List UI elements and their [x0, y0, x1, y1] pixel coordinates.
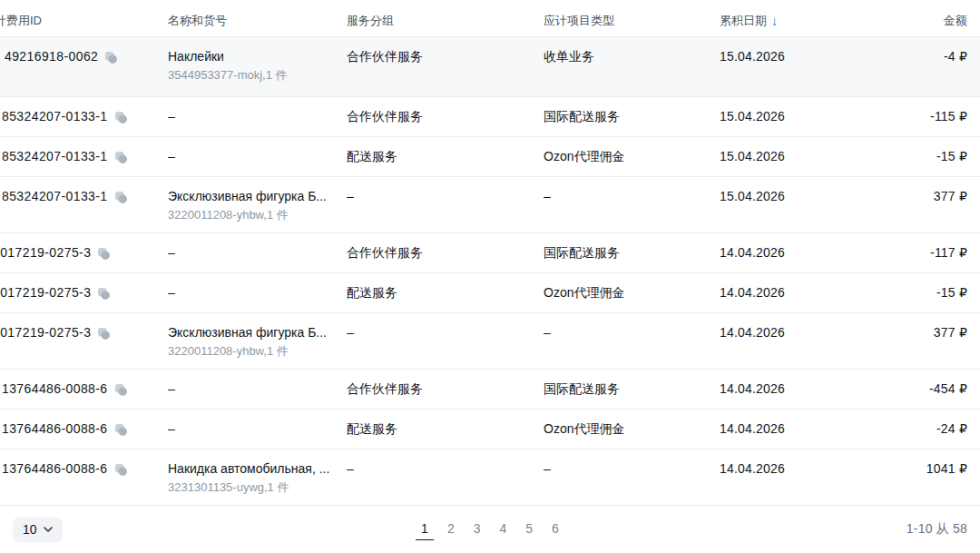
accrual-type-cell: –: [544, 177, 720, 203]
table-row: 13764486-0088-6 – 配送服务 Ozon代理佣金 14.04.20…: [0, 410, 980, 449]
name-sku-cell: –: [168, 97, 347, 124]
product-sku: 3220011208-yhbw,1 件: [168, 343, 347, 359]
amount-cell: -115 ₽: [854, 97, 980, 123]
page-button-1[interactable]: 1: [416, 519, 434, 540]
amount-cell: 377 ₽: [854, 177, 980, 203]
table-row: 2017219-0275-3 – 合作伙伴服务 国际配送服务 14.04.202…: [0, 233, 980, 273]
product-sku: 3231301135-uywg,1 件: [168, 479, 347, 495]
copy-icon[interactable]: [114, 463, 128, 477]
billing-id-value: 85324207-0133-1: [2, 109, 108, 123]
product-name: Эксклюзивная фигурка Б...: [168, 325, 347, 341]
name-sku-cell: –: [168, 137, 347, 164]
copy-icon[interactable]: [114, 151, 128, 164]
product-name: Наклейки: [168, 49, 347, 64]
accrual-date-cell: 14.04.2026: [720, 233, 854, 260]
table-row: 85324207-0133-1 – 配送服务 Ozon代理佣金 15.04.20…: [0, 137, 980, 177]
name-sku-cell: –: [168, 233, 347, 261]
service-group-cell: 合作伙伴服务: [347, 233, 544, 262]
billing-id-cell: 13764486-0088-6: [0, 449, 168, 476]
col-header-service-group[interactable]: 服务分组: [347, 0, 544, 29]
product-sku: 3220011208-yhbw,1 件: [168, 207, 347, 222]
accrual-type-cell: 国际配送服务: [544, 233, 720, 262]
billing-id-value: 85324207-0133-1: [2, 149, 108, 163]
service-group-cell: 合作伙伴服务: [347, 37, 544, 65]
billing-id-cell: 85324207-0133-1: [0, 97, 168, 123]
product-name: –: [168, 285, 347, 301]
accrual-date-cell: 14.04.2026: [720, 273, 854, 300]
amount-cell: -117 ₽: [854, 233, 980, 260]
billing-id-value: 13764486-0088-6: [2, 461, 108, 476]
amount-cell: -4 ₽: [854, 37, 980, 64]
name-sku-cell: Накидка автомобильная, ... 3231301135-uy…: [168, 449, 347, 495]
table-row: 2017219-0275-3 – 配送服务 Ozon代理佣金 14.04.202…: [0, 273, 980, 313]
copy-icon[interactable]: [97, 287, 111, 301]
service-group-cell: –: [347, 313, 544, 340]
product-name: Эксклюзивная фигурка Б...: [168, 189, 347, 204]
service-group-cell: –: [347, 177, 544, 203]
billing-id-cell: 2017219-0275-3: [0, 313, 168, 340]
copy-icon[interactable]: [97, 247, 111, 261]
pagination-range-label: 1-10 从 58: [906, 521, 967, 538]
col-header-amount[interactable]: 金额: [854, 0, 980, 29]
product-name: –: [168, 421, 347, 437]
chevron-down-icon: [44, 527, 53, 532]
service-group-cell: 合作伙伴服务: [347, 97, 544, 125]
billing-id-cell: 13764486-0088-6: [0, 370, 168, 396]
accrual-type-cell: –: [544, 449, 720, 476]
pagination: 123456: [416, 519, 564, 540]
name-sku-cell: –: [168, 273, 347, 301]
billing-id-value: 2017219-0275-3: [0, 245, 91, 260]
page-button-4[interactable]: 4: [495, 519, 513, 540]
table-row: 85324207-0133-1 Эксклюзивная фигурка Б..…: [0, 177, 980, 233]
table-row: 2017219-0275-3 Эксклюзивная фигурка Б...…: [0, 313, 980, 370]
accrual-date-cell: 15.04.2026: [720, 137, 854, 163]
amount-cell: -15 ₽: [854, 137, 980, 163]
copy-icon[interactable]: [104, 51, 118, 64]
billing-id-value: 49216918-0062: [5, 49, 98, 64]
page-button-2[interactable]: 2: [442, 519, 460, 540]
copy-icon[interactable]: [114, 111, 128, 124]
amount-cell: 377 ₽: [854, 313, 980, 340]
table-header-row: 计费用ID 名称和货号 服务分组 应计项目类型 累积日期↓ 金额: [0, 0, 980, 37]
product-sku: 3544953377-mokj,1 件: [168, 67, 347, 83]
accrual-date-cell: 14.04.2026: [720, 313, 854, 340]
amount-cell: 1041 ₽: [854, 449, 980, 476]
accrual-type-cell: Ozon代理佣金: [544, 410, 720, 438]
page-button-5[interactable]: 5: [520, 519, 538, 540]
billing-id-value: 13764486-0088-6: [2, 381, 108, 396]
accrual-date-cell: 15.04.2026: [720, 177, 854, 203]
copy-icon[interactable]: [114, 383, 128, 397]
billing-id-value: 2017219-0275-3: [0, 285, 91, 300]
accrual-type-cell: 国际配送服务: [544, 97, 720, 125]
table-body: 49216918-0062 Наклейки 3544953377-mokj,1…: [0, 37, 980, 506]
name-sku-cell: Эксклюзивная фигурка Б... 3220011208-yhb…: [168, 177, 347, 222]
name-sku-cell: –: [168, 410, 347, 437]
service-group-cell: 合作伙伴服务: [347, 370, 544, 398]
page-size-select[interactable]: 10: [13, 518, 63, 542]
accrual-date-cell: 14.04.2026: [720, 410, 854, 436]
page-size-value: 10: [23, 522, 37, 537]
page-button-3[interactable]: 3: [468, 519, 486, 540]
col-header-accrual-date[interactable]: 累积日期↓: [720, 0, 854, 29]
copy-icon[interactable]: [114, 423, 128, 437]
service-group-cell: 配送服务: [347, 273, 544, 301]
billing-id-value: 85324207-0133-1: [2, 189, 108, 203]
copy-icon[interactable]: [114, 191, 128, 204]
col-header-name-sku[interactable]: 名称和货号: [168, 0, 347, 29]
amount-cell: -24 ₽: [854, 410, 980, 436]
table-row: 85324207-0133-1 – 合作伙伴服务 国际配送服务 15.04.20…: [0, 97, 980, 137]
table-row: 49216918-0062 Наклейки 3544953377-mokj,1…: [0, 37, 980, 97]
copy-icon[interactable]: [97, 327, 111, 341]
service-group-cell: –: [347, 449, 544, 476]
col-header-billing-id[interactable]: 计费用ID: [0, 0, 168, 29]
sort-desc-arrow-icon[interactable]: ↓: [771, 14, 778, 28]
accrual-date-cell: 15.04.2026: [720, 37, 854, 64]
amount-cell: -454 ₽: [854, 370, 980, 396]
name-sku-cell: Эксклюзивная фигурка Б... 3220011208-yhb…: [168, 313, 347, 359]
col-header-accrual-type[interactable]: 应计项目类型: [544, 0, 720, 29]
page-button-6[interactable]: 6: [546, 519, 564, 540]
accrual-date-label: 累积日期: [720, 14, 767, 27]
billing-id-cell: 2017219-0275-3: [0, 273, 168, 300]
accrual-type-cell: Ozon代理佣金: [544, 273, 720, 301]
product-name: –: [168, 245, 347, 261]
